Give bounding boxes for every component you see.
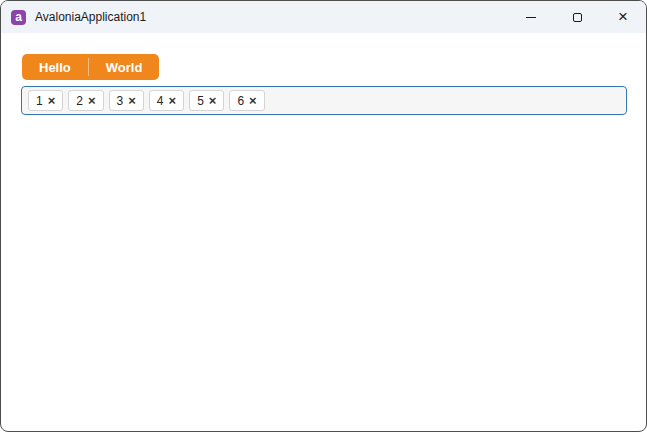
minimize-icon bbox=[526, 17, 536, 18]
caption-controls: × bbox=[508, 1, 646, 33]
app-window: a AvaloniaApplication1 × Hello World 1 × bbox=[0, 0, 647, 432]
world-button[interactable]: World bbox=[89, 54, 160, 80]
avalonia-logo-icon[interactable]: a bbox=[11, 10, 26, 25]
tag-chip-1[interactable]: 1 × bbox=[28, 90, 63, 111]
tag-chip-6[interactable]: 6 × bbox=[229, 90, 264, 111]
tag-remove-icon[interactable]: × bbox=[169, 94, 177, 107]
tag-chip-4[interactable]: 4 × bbox=[149, 90, 184, 111]
tag-label: 6 bbox=[237, 94, 244, 108]
window-content: Hello World 1 × 2 × 3 × 4 × 5 × bbox=[1, 33, 646, 115]
tag-remove-icon[interactable]: × bbox=[88, 94, 96, 107]
tag-label: 5 bbox=[197, 94, 204, 108]
tag-chip-3[interactable]: 3 × bbox=[109, 90, 144, 111]
tag-chip-2[interactable]: 2 × bbox=[68, 90, 103, 111]
tag-label: 2 bbox=[76, 94, 83, 108]
window-title: AvaloniaApplication1 bbox=[35, 10, 146, 24]
minimize-button[interactable] bbox=[508, 1, 554, 33]
tag-label: 4 bbox=[157, 94, 164, 108]
tag-remove-icon[interactable]: × bbox=[209, 94, 217, 107]
close-icon: × bbox=[618, 8, 628, 25]
tag-remove-icon[interactable]: × bbox=[128, 94, 136, 107]
tag-remove-icon[interactable]: × bbox=[249, 94, 257, 107]
close-button[interactable]: × bbox=[600, 1, 646, 33]
hello-button[interactable]: Hello bbox=[22, 54, 88, 80]
tag-label: 3 bbox=[117, 94, 124, 108]
title-bar: a AvaloniaApplication1 × bbox=[1, 1, 646, 33]
tag-input[interactable]: 1 × 2 × 3 × 4 × 5 × 6 × bbox=[21, 86, 627, 115]
tag-chip-5[interactable]: 5 × bbox=[189, 90, 224, 111]
tag-remove-icon[interactable]: × bbox=[48, 94, 56, 107]
tag-label: 1 bbox=[36, 94, 43, 108]
hello-world-split-button: Hello World bbox=[22, 54, 159, 80]
maximize-button[interactable] bbox=[554, 1, 600, 33]
maximize-icon bbox=[573, 13, 582, 22]
